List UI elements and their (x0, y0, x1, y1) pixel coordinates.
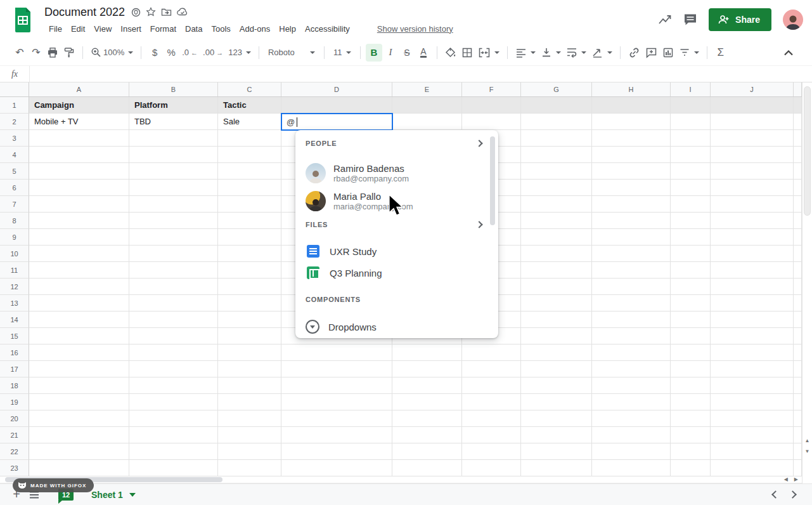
cell-B17[interactable] (129, 361, 218, 377)
cell-G16[interactable] (521, 344, 592, 361)
cell-G10[interactable] (521, 246, 592, 262)
account-avatar[interactable] (783, 10, 803, 30)
cell-H3[interactable] (592, 130, 671, 147)
cell-G7[interactable] (521, 196, 592, 213)
cell-C9[interactable] (218, 229, 281, 246)
cell-H4[interactable] (592, 147, 671, 163)
row-header-7[interactable]: 7 (0, 196, 29, 213)
cell-A2[interactable]: Mobile + TV (29, 114, 129, 130)
cell-J22[interactable] (711, 443, 794, 460)
cell-C1[interactable]: Tactic (218, 97, 281, 114)
cell-E2[interactable] (392, 114, 462, 130)
menu-view[interactable]: View (89, 22, 116, 36)
sheet-tab-caret-icon[interactable] (129, 493, 136, 497)
cell-C13[interactable] (218, 295, 281, 312)
cell-A7[interactable] (29, 196, 129, 213)
cell-H21[interactable] (592, 427, 671, 443)
menu-insert[interactable]: Insert (116, 22, 146, 36)
cell-K7[interactable] (794, 196, 802, 213)
cell-D19[interactable] (281, 394, 392, 410)
cell-C18[interactable] (218, 377, 281, 394)
vertical-scrollbar-thumb[interactable] (804, 86, 811, 216)
row-header-15[interactable]: 15 (0, 328, 29, 344)
bold-button[interactable]: B (366, 44, 382, 62)
cell-A10[interactable] (29, 246, 129, 262)
cell-K12[interactable] (794, 279, 802, 295)
move-folder-icon[interactable] (161, 8, 172, 16)
cell-H18[interactable] (592, 377, 671, 394)
cell-G6[interactable] (521, 180, 592, 196)
cell-A11[interactable] (29, 262, 129, 279)
row-header-23[interactable]: 23 (0, 460, 29, 476)
cell-H10[interactable] (592, 246, 671, 262)
protected-icon[interactable] (131, 8, 141, 17)
row-header-16[interactable]: 16 (0, 344, 29, 361)
cell-E1[interactable] (392, 97, 462, 114)
star-icon[interactable] (146, 7, 156, 17)
cell-F1[interactable] (462, 97, 521, 114)
cell-J1[interactable] (711, 97, 794, 114)
cell-J12[interactable] (711, 279, 794, 295)
cell-E16[interactable] (392, 344, 462, 361)
cell-D20[interactable] (281, 410, 392, 427)
cell-I5[interactable] (671, 163, 711, 180)
cell-C11[interactable] (218, 262, 281, 279)
cell-B11[interactable] (129, 262, 218, 279)
cell-H23[interactable] (592, 460, 671, 476)
cell-I7[interactable] (671, 196, 711, 213)
cell-B2[interactable]: TBD (129, 114, 218, 130)
cell-F16[interactable] (462, 344, 521, 361)
popup-scrollbar[interactable] (490, 136, 495, 225)
row-header-22[interactable]: 22 (0, 443, 29, 460)
cell-B15[interactable] (129, 328, 218, 344)
cell-H22[interactable] (592, 443, 671, 460)
format-percent-button[interactable]: % (163, 44, 179, 62)
collapse-toolbar-button[interactable] (780, 44, 797, 62)
menu-accessibility[interactable]: Accessibility (300, 22, 354, 36)
cell-J15[interactable] (711, 328, 794, 344)
cell-F20[interactable] (462, 410, 521, 427)
cell-B18[interactable] (129, 377, 218, 394)
cell-K13[interactable] (794, 295, 802, 312)
cell-B22[interactable] (129, 443, 218, 460)
cell-J6[interactable] (711, 180, 794, 196)
menu-edit[interactable]: Edit (67, 22, 89, 36)
cell-G11[interactable] (521, 262, 592, 279)
cell-H8[interactable] (592, 213, 671, 229)
cell-H20[interactable] (592, 410, 671, 427)
column-header-E[interactable]: E (392, 82, 462, 96)
row-header-11[interactable]: 11 (0, 262, 29, 279)
cell-J17[interactable] (711, 361, 794, 377)
format-currency-button[interactable]: $ (146, 44, 163, 62)
cell-I21[interactable] (671, 427, 711, 443)
cell-H2[interactable] (592, 114, 671, 130)
cell-C8[interactable] (218, 213, 281, 229)
cell-K16[interactable] (794, 344, 802, 361)
cell-I23[interactable] (671, 460, 711, 476)
cell-D23[interactable] (281, 460, 392, 476)
comments-icon[interactable] (683, 13, 697, 26)
cell-K8[interactable] (794, 213, 802, 229)
row-header-13[interactable]: 13 (0, 295, 29, 312)
cell-J13[interactable] (711, 295, 794, 312)
paint-format-button[interactable] (61, 44, 77, 62)
cell-H11[interactable] (592, 262, 671, 279)
cell-B12[interactable] (129, 279, 218, 295)
cell-A8[interactable] (29, 213, 129, 229)
menu-format[interactable]: Format (146, 22, 181, 36)
column-header-F[interactable]: F (462, 82, 521, 96)
cell-K6[interactable] (794, 180, 802, 196)
cell-G13[interactable] (521, 295, 592, 312)
cell-K23[interactable] (794, 460, 802, 476)
cell-B21[interactable] (129, 427, 218, 443)
borders-button[interactable] (459, 44, 475, 62)
cell-G12[interactable] (521, 279, 592, 295)
cell-E19[interactable] (392, 394, 462, 410)
cell-K17[interactable] (794, 361, 802, 377)
cell-C16[interactable] (218, 344, 281, 361)
cell-J21[interactable] (711, 427, 794, 443)
cell-B6[interactable] (129, 180, 218, 196)
cell-D17[interactable] (281, 361, 392, 377)
cell-K19[interactable] (794, 394, 802, 410)
cell-E22[interactable] (392, 443, 462, 460)
